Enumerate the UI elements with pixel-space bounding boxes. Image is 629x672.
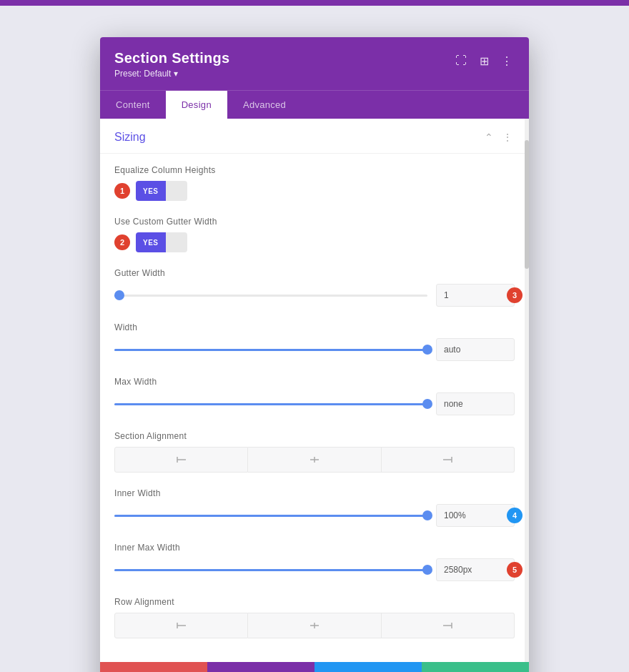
tab-content[interactable]: Content: [100, 91, 166, 119]
tabs: Content Design Advanced: [100, 90, 529, 119]
align-left-btn[interactable]: [114, 447, 248, 473]
section-settings-modal: Section Settings Preset: Default ▾ ⛶ ⊞ ⋮…: [100, 37, 529, 672]
align-center-btn[interactable]: [248, 447, 381, 473]
sizing-title: Sizing: [114, 131, 146, 144]
inner-width-thumb[interactable]: [422, 510, 432, 520]
gutter-width-row: Gutter Width 3: [114, 268, 515, 307]
equalize-columns-toggle-row: 1 YES: [114, 181, 515, 201]
top-bar: [0, 0, 629, 6]
inner-max-width-thumb[interactable]: [422, 565, 432, 575]
undo-button[interactable]: ↺: [207, 662, 314, 672]
max-width-label: Max Width: [114, 377, 515, 387]
align-center-icon: [309, 455, 320, 464]
custom-gutter-label: Use Custom Gutter Width: [114, 217, 515, 227]
inner-max-width-row: Inner Max Width 5: [114, 543, 515, 581]
inner-max-width-track[interactable]: [114, 569, 427, 571]
badge-1: 1: [114, 183, 130, 199]
section-more-icon[interactable]: ⋮: [500, 130, 515, 144]
inner-width-input[interactable]: [436, 504, 515, 527]
width-input[interactable]: [436, 338, 515, 361]
section-alignment-group: [114, 447, 515, 473]
equalize-columns-toggle[interactable]: YES: [136, 181, 187, 201]
collapse-icon[interactable]: ⌃: [482, 130, 496, 144]
row-align-center-icon: [309, 621, 320, 630]
save-button[interactable]: ✓: [422, 662, 529, 672]
gutter-width-thumb[interactable]: [114, 290, 124, 300]
width-label: Width: [114, 322, 515, 332]
redo-button[interactable]: ↻: [314, 662, 422, 672]
align-left-icon: [176, 455, 187, 464]
inner-width-track[interactable]: [114, 515, 427, 517]
max-width-thumb[interactable]: [422, 399, 432, 409]
width-row: Width: [114, 322, 515, 361]
inner-width-label: Inner Width: [114, 488, 515, 498]
row-alignment-label: Row Alignment: [114, 597, 515, 607]
inner-width-slider-row: 4: [114, 504, 515, 527]
equalize-columns-row: Equalize Column Heights 1 YES: [114, 165, 515, 201]
inner-width-input-wrap: 4: [436, 504, 515, 527]
sizing-section-header: Sizing ⌃ ⋮: [100, 119, 529, 154]
modal-title: Section Settings: [114, 50, 230, 66]
width-track[interactable]: [114, 349, 427, 351]
badge-5: 5: [507, 562, 522, 578]
inner-max-width-input-wrap: 5: [436, 558, 515, 581]
gutter-width-input[interactable]: [436, 284, 515, 307]
row-align-left-icon: [176, 621, 187, 630]
more-icon[interactable]: ⋮: [499, 53, 515, 69]
custom-gutter-toggle-row: 2 YES: [114, 232, 515, 252]
toggle-yes-1: YES: [136, 181, 166, 201]
align-right-btn[interactable]: [382, 447, 515, 473]
section-alignment-label: Section Alignment: [114, 431, 515, 441]
row-align-right-btn[interactable]: [382, 613, 515, 638]
toggle-no-1: [166, 181, 187, 201]
inner-width-row: Inner Width 4: [114, 488, 515, 527]
row-alignment-group: [114, 613, 515, 638]
badge-4: 4: [507, 508, 522, 523]
scrollbar[interactable]: [525, 119, 529, 662]
custom-gutter-toggle[interactable]: YES: [136, 232, 187, 252]
gutter-width-label: Gutter Width: [114, 268, 515, 278]
modal-body: Sizing ⌃ ⋮ Equalize Column Heights 1 YES: [100, 119, 529, 662]
scrollbar-thumb[interactable]: [525, 140, 529, 269]
inner-max-width-label: Inner Max Width: [114, 543, 515, 553]
row-align-center-btn[interactable]: [248, 613, 381, 638]
inner-max-width-input[interactable]: [436, 558, 515, 581]
width-slider-row: [114, 338, 515, 361]
header-left: Section Settings Preset: Default ▾: [114, 50, 230, 79]
max-width-input[interactable]: [436, 392, 515, 415]
header-icons: ⛶ ⊞ ⋮: [453, 53, 515, 69]
modal-footer: ✕ ↺ ↻ ✓: [100, 662, 529, 672]
row-align-left-btn[interactable]: [114, 613, 248, 638]
equalize-columns-label: Equalize Column Heights: [114, 165, 515, 175]
gutter-width-slider-row: 3: [114, 284, 515, 307]
max-width-track[interactable]: [114, 403, 427, 405]
gutter-width-track[interactable]: [114, 295, 427, 297]
modal-preset[interactable]: Preset: Default ▾: [114, 69, 230, 79]
align-right-icon: [442, 455, 453, 464]
row-alignment-row: Row Alignment: [114, 597, 515, 638]
settings-content: Equalize Column Heights 1 YES Use Custom…: [100, 154, 529, 662]
custom-gutter-row: Use Custom Gutter Width 2 YES: [114, 217, 515, 252]
toggle-yes-2: YES: [136, 232, 166, 252]
toggle-no-2: [166, 232, 187, 252]
badge-2: 2: [114, 234, 130, 250]
tab-design[interactable]: Design: [166, 91, 227, 119]
modal-header: Section Settings Preset: Default ▾ ⛶ ⊞ ⋮: [100, 37, 529, 90]
max-width-slider-row: [114, 392, 515, 415]
max-width-input-wrap: [436, 392, 515, 415]
badge-3: 3: [507, 287, 522, 303]
section-header-icons: ⌃ ⋮: [482, 130, 515, 144]
width-input-wrap: [436, 338, 515, 361]
width-thumb[interactable]: [422, 345, 432, 355]
cancel-button[interactable]: ✕: [100, 662, 207, 672]
max-width-row: Max Width: [114, 377, 515, 415]
tab-advanced[interactable]: Advanced: [227, 91, 302, 119]
layout-icon[interactable]: ⊞: [476, 53, 492, 69]
expand-icon[interactable]: ⛶: [453, 53, 469, 69]
inner-max-width-slider-row: 5: [114, 558, 515, 581]
gutter-width-input-wrap: 3: [436, 284, 515, 307]
row-align-right-icon: [442, 621, 453, 630]
section-alignment-row: Section Alignment: [114, 431, 515, 473]
